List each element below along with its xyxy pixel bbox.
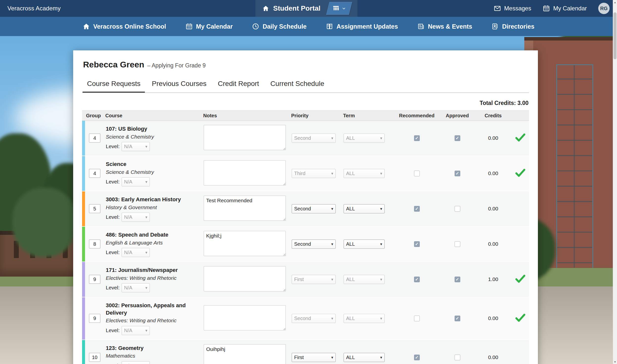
approved-checkbox[interactable]	[455, 316, 460, 321]
group-number: 8	[89, 240, 100, 248]
notes-textarea[interactable]	[204, 344, 286, 364]
level-label: Level:	[106, 327, 120, 333]
priority-select[interactable]: Second▾	[292, 134, 336, 143]
level-select[interactable]: N/A▾	[122, 248, 150, 257]
chevron-down-icon: ▾	[145, 285, 147, 290]
tab-current-schedule[interactable]: Current Schedule	[266, 77, 329, 93]
term-select[interactable]: ALL▾	[344, 169, 385, 178]
my-calendar-button[interactable]: My Calendar	[543, 5, 587, 12]
building-glass-wall	[556, 64, 593, 294]
calendar-icon	[185, 23, 193, 30]
nav-item-my-calendar[interactable]: My Calendar	[185, 23, 233, 30]
tab-credit-report[interactable]: Credit Report	[213, 77, 264, 93]
approved-check-icon	[515, 313, 526, 322]
tab-bar: Course RequestsPrevious CoursesCredit Re…	[82, 77, 529, 93]
nav-item-veracross-online-school[interactable]: Veracross Online School	[83, 23, 166, 30]
group-color-stripe	[82, 121, 85, 156]
level-select[interactable]: N/A▾	[122, 142, 150, 151]
approved-checkbox[interactable]	[455, 277, 460, 282]
vertical-scrollbar[interactable]: ▲ ▼	[613, 0, 617, 364]
approved-checkbox[interactable]	[455, 135, 460, 141]
nav-item-news-events[interactable]: News & Events	[417, 23, 472, 30]
scroll-down-arrow[interactable]: ▼	[613, 360, 617, 364]
recommended-checkbox[interactable]	[414, 355, 420, 360]
student-portal-tab[interactable]: Student Portal	[255, 0, 357, 17]
notes-textarea[interactable]	[204, 160, 286, 185]
notes-textarea[interactable]	[204, 196, 286, 221]
col-header-term: Term	[342, 113, 394, 119]
chevron-down-icon: ▾	[145, 144, 147, 149]
recommended-checkbox[interactable]	[414, 241, 420, 247]
veracross-logo-button[interactable]	[326, 2, 352, 15]
news-icon	[417, 23, 425, 30]
priority-select[interactable]: First▾	[292, 353, 336, 362]
priority-select[interactable]: Third▾	[292, 169, 336, 178]
tree	[12, 188, 77, 257]
notes-textarea[interactable]	[204, 266, 286, 291]
course-row: 8 486: Speech and Debate English & Langu…	[82, 227, 529, 262]
notes-textarea[interactable]	[204, 305, 286, 330]
level-select[interactable]: N/A▾	[122, 361, 150, 364]
scrollbar-thumb[interactable]	[614, 12, 617, 59]
course-row: 4 Science Science & Chemistry Level: N/A…	[82, 156, 529, 191]
tab-course-requests[interactable]: Course Requests	[83, 77, 145, 93]
term-select[interactable]: ALL▾	[344, 134, 385, 143]
approved-checkbox[interactable]	[455, 241, 460, 247]
approved-checkbox[interactable]	[455, 171, 460, 176]
chevron-down-icon: ▾	[380, 242, 382, 246]
term-select[interactable]: ALL▾	[344, 204, 385, 213]
home-icon	[83, 23, 90, 30]
level-select[interactable]: N/A▾	[122, 177, 150, 186]
course-name: 3003: Early American History	[106, 196, 201, 203]
nav-item-directories[interactable]: Directories	[491, 23, 534, 30]
recommended-checkbox[interactable]	[414, 206, 420, 212]
recommended-checkbox[interactable]	[414, 277, 420, 282]
level-select[interactable]: N/A▾	[122, 213, 150, 222]
home-icon	[262, 5, 269, 12]
group-number: 9	[89, 314, 100, 323]
course-name: 107: US Biology	[106, 125, 201, 133]
course-name: 3002: Persuasion, Appeals and Delivery	[106, 302, 201, 316]
level-select[interactable]: N/A▾	[122, 283, 150, 292]
priority-select[interactable]: Second▾	[292, 204, 336, 213]
col-header-priority: Priority	[290, 113, 342, 119]
recommended-checkbox[interactable]	[414, 135, 420, 141]
term-select[interactable]: ALL▾	[344, 314, 385, 323]
chevron-down-icon: ▾	[331, 242, 333, 246]
tab-previous-courses[interactable]: Previous Courses	[147, 77, 211, 93]
course-subject: Science & Chemistry	[106, 169, 201, 175]
course-name: 171: Journalism/Newspaper	[106, 266, 201, 274]
course-subject: English & Language Arts	[106, 239, 201, 246]
messages-button[interactable]: Messages	[494, 5, 531, 12]
approved-check-icon	[515, 133, 526, 142]
scroll-up-arrow[interactable]: ▲	[613, 0, 617, 4]
level-label: Level:	[106, 285, 120, 291]
col-header-credits: Credits	[485, 113, 502, 119]
level-select[interactable]: N/A▾	[122, 326, 150, 335]
nav-item-assignment-updates[interactable]: Assignment Updates	[326, 23, 398, 30]
term-select[interactable]: ALL▾	[344, 353, 385, 362]
priority-select[interactable]: Second▾	[292, 240, 336, 249]
nav-item-label: Daily Schedule	[263, 23, 307, 30]
group-color-stripe	[82, 156, 85, 191]
term-select[interactable]: ALL▾	[344, 275, 385, 284]
approved-checkbox[interactable]	[455, 206, 460, 212]
nav-item-daily-schedule[interactable]: Daily Schedule	[252, 23, 307, 30]
priority-select[interactable]: First▾	[292, 275, 336, 284]
group-number: 5	[89, 204, 100, 213]
recommended-checkbox[interactable]	[414, 316, 420, 321]
chevron-down-icon: ▾	[331, 316, 333, 321]
notes-textarea[interactable]	[204, 125, 286, 150]
nav-item-label: Assignment Updates	[336, 23, 398, 30]
priority-select[interactable]: Second▾	[292, 314, 336, 323]
recommended-checkbox[interactable]	[414, 171, 420, 176]
group-color-stripe	[82, 191, 85, 226]
nav-item-label: News & Events	[428, 23, 472, 30]
avatar[interactable]: RG	[598, 3, 610, 14]
term-select[interactable]: ALL▾	[344, 240, 385, 249]
notes-textarea[interactable]	[204, 231, 286, 256]
chevron-down-icon: ▾	[145, 180, 147, 184]
credits-value: 0.00	[488, 170, 498, 176]
approved-checkbox[interactable]	[455, 355, 460, 360]
course-row: 9 3002: Persuasion, Appeals and Delivery…	[82, 297, 529, 340]
